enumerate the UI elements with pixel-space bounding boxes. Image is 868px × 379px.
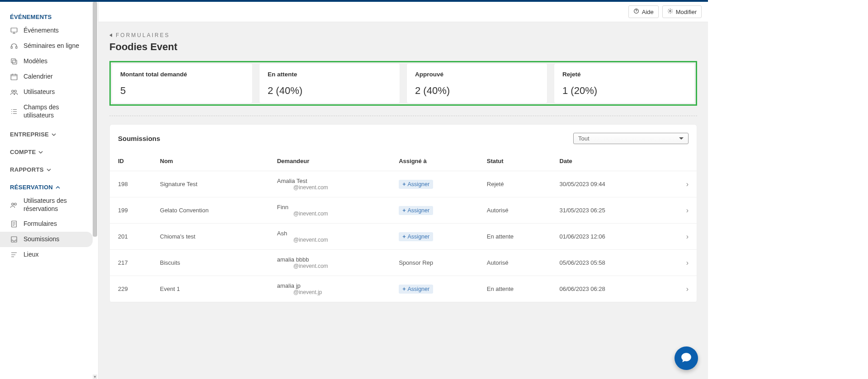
- svg-rect-0: [11, 28, 17, 32]
- table-row[interactable]: 201Chioma's testAsh@inevent.com+Assigner…: [110, 224, 697, 250]
- cell-requester: amalia bbbb@inevent.com: [273, 250, 394, 276]
- cell-requester: amalia jp@inevent.jp: [273, 276, 394, 302]
- stat-approved: Approuvé 2 (40%): [406, 63, 547, 103]
- svg-rect-2: [16, 47, 17, 49]
- col-assigned: Assigné à: [394, 151, 482, 171]
- sidebar-section-account[interactable]: COMPTE: [0, 140, 98, 158]
- stat-value: 1 (20%): [562, 85, 686, 97]
- col-requester: Demandeur: [273, 151, 394, 171]
- help-button[interactable]: Aide: [628, 5, 659, 18]
- sidebar-item-users[interactable]: Utilisateurs: [0, 84, 93, 100]
- plus-icon: +: [402, 234, 406, 240]
- sidebar-section-company-label: ENTREPRISE: [10, 131, 49, 138]
- table-row[interactable]: 199Gelato ConventionFinn@inevent.com+Ass…: [110, 197, 697, 224]
- plus-icon: +: [402, 181, 406, 187]
- table-row[interactable]: 198Signature TestAmalia Test@inevent.com…: [110, 171, 697, 197]
- stat-rejected: Rejeté 1 (20%): [554, 63, 695, 103]
- cell-name: Biscuits: [156, 250, 273, 276]
- cell-assigned: +Assigner: [394, 171, 482, 197]
- help-button-label: Aide: [642, 9, 654, 15]
- sidebar-scrollbar[interactable]: ▲ ▼: [93, 2, 97, 379]
- plus-icon: +: [402, 207, 406, 214]
- assign-button[interactable]: +Assigner: [399, 232, 433, 241]
- requester-email: @inevent.com: [277, 184, 390, 191]
- cell-id: 229: [110, 276, 156, 302]
- col-action: [666, 151, 697, 171]
- breadcrumb[interactable]: FORMULAIRES: [109, 32, 697, 38]
- sidebar-item-templates[interactable]: Modèles: [0, 54, 93, 69]
- stat-total: Montant total demandé 5: [112, 63, 253, 103]
- sidebar-item-calendar[interactable]: Calendrier: [0, 69, 93, 84]
- cell-assigned: +Assigner: [394, 197, 482, 224]
- sidebar-item-label: Événements: [24, 27, 83, 35]
- svg-point-13: [670, 10, 671, 12]
- cell-action[interactable]: ›: [666, 250, 697, 276]
- cell-status: Autorisé: [482, 197, 555, 224]
- sidebar-item-webinars[interactable]: Séminaires en ligne: [0, 38, 93, 54]
- sidebar-item-user-fields[interactable]: Champs des utilisateurs: [0, 100, 93, 123]
- chevron-right-icon: ›: [686, 206, 689, 214]
- main-header: Aide Modifier: [99, 2, 708, 22]
- plus-icon: +: [402, 286, 406, 292]
- main-area: Aide Modifier FORMULAIRES Foodies Event …: [99, 2, 708, 379]
- sidebar-item-label: Formulaires: [24, 220, 83, 228]
- modify-button[interactable]: Modifier: [662, 5, 702, 18]
- requester-name: amalia bbbb: [277, 256, 309, 263]
- svg-rect-3: [13, 60, 17, 64]
- sidebar-section-company[interactable]: ENTREPRISE: [0, 123, 98, 140]
- cell-action[interactable]: ›: [666, 224, 697, 250]
- stat-value: 2 (40%): [268, 85, 392, 97]
- svg-rect-5: [11, 75, 17, 80]
- stats-row: Montant total demandé 5 En attente 2 (40…: [109, 61, 697, 106]
- sidebar-section-account-label: COMPTE: [10, 149, 36, 155]
- svg-point-6: [12, 90, 14, 93]
- filter-select[interactable]: Tout: [573, 133, 689, 144]
- cell-requester: Finn@inevent.com: [273, 197, 394, 224]
- assign-label: Assigner: [408, 207, 430, 214]
- chat-fab[interactable]: [675, 346, 698, 370]
- sidebar-section-reports[interactable]: RAPPORTS: [0, 158, 98, 176]
- sidebar-item-label: Utilisateurs des réservations: [24, 197, 83, 213]
- location-icon: [10, 251, 18, 259]
- cell-action[interactable]: ›: [666, 276, 697, 302]
- assign-button[interactable]: +Assigner: [399, 206, 433, 215]
- cell-id: 199: [110, 197, 156, 224]
- cell-name: Signature Test: [156, 171, 273, 197]
- svg-rect-1: [11, 47, 12, 49]
- sidebar-item-booking-users[interactable]: Utilisateurs des réservations: [0, 193, 93, 216]
- sidebar-item-forms[interactable]: Formulaires: [0, 216, 93, 232]
- sidebar-section-events-label: ÉVÉNEMENTS: [10, 14, 52, 20]
- cell-name: Chioma's test: [156, 224, 273, 250]
- sidebar-item-label: Séminaires en ligne: [24, 42, 83, 50]
- breadcrumb-label: FORMULAIRES: [116, 32, 170, 38]
- cell-action[interactable]: ›: [666, 197, 697, 224]
- sidebar-section-events[interactable]: ÉVÉNEMENTS: [0, 5, 98, 23]
- assign-button[interactable]: +Assigner: [399, 180, 433, 189]
- assign-button[interactable]: +Assigner: [399, 285, 433, 294]
- sidebar-item-label: Utilisateurs: [24, 88, 83, 96]
- col-status: Statut: [482, 151, 555, 171]
- scroll-thumb[interactable]: [93, 2, 97, 237]
- stat-label: Rejeté: [562, 71, 686, 78]
- cell-assigned: +Assigner: [394, 276, 482, 302]
- calendar-icon: [10, 73, 18, 81]
- col-id: ID: [110, 151, 156, 171]
- cell-date: 01/06/2023 12:06: [555, 224, 666, 250]
- submissions-panel: Soumissions Tout ID Nom Demandeur Assign…: [109, 124, 697, 303]
- sidebar-item-submissions[interactable]: Soumissions: [0, 232, 93, 247]
- users-icon: [10, 201, 18, 209]
- cell-status: En attente: [482, 224, 555, 250]
- sidebar-item-events[interactable]: Événements: [0, 23, 93, 38]
- table-row[interactable]: 217Biscuitsamalia bbbb@inevent.comSponso…: [110, 250, 697, 276]
- cell-action[interactable]: ›: [666, 171, 697, 197]
- sidebar-section-booking[interactable]: RÉSERVATION: [0, 176, 98, 193]
- stat-label: En attente: [268, 71, 392, 78]
- stat-label: Approuvé: [415, 71, 539, 78]
- sidebar-item-label: Lieux: [24, 251, 83, 259]
- users-icon: [10, 88, 18, 96]
- sidebar-item-places[interactable]: Lieux: [0, 247, 93, 262]
- cell-assigned: +Assigner: [394, 224, 482, 250]
- table-row[interactable]: 229Event 1amalia jp@inevent.jp+AssignerE…: [110, 276, 697, 302]
- scroll-down-icon[interactable]: ▼: [93, 374, 97, 379]
- copy-icon: [10, 57, 18, 66]
